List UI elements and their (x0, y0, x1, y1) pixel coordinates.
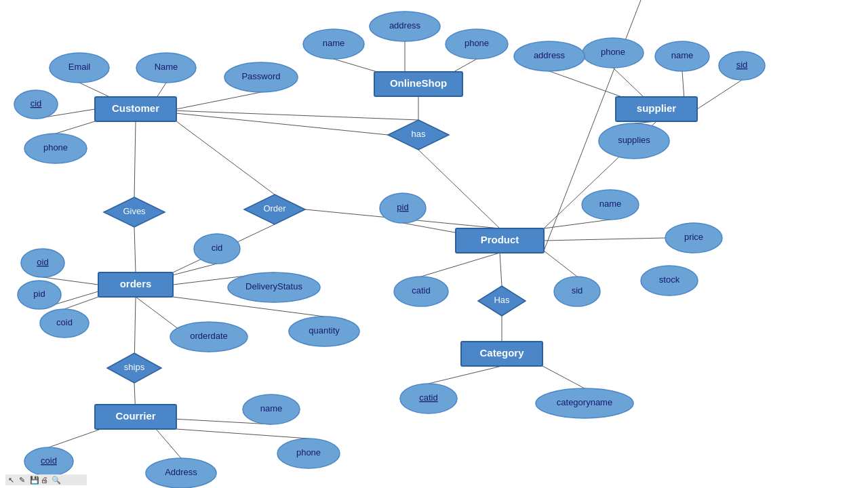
svg-line-9 (697, 80, 742, 109)
svg-line-36 (134, 227, 136, 272)
toolbar-icon-pointer[interactable]: ↖ (8, 476, 14, 484)
ellipse-name-prod-label: name (599, 199, 622, 209)
toolbar-icon-edit[interactable]: ✎ (19, 476, 25, 484)
svg-line-21 (544, 220, 610, 228)
ellipse-price-label: price (684, 232, 703, 242)
ellipse-sid-prod-label: sid (572, 285, 583, 296)
svg-line-22 (544, 238, 665, 241)
svg-line-25 (421, 253, 500, 277)
ellipse-catid-cat-label: catid (419, 392, 437, 403)
svg-line-15 (56, 121, 95, 134)
ellipse-quantity-label: quantity (309, 325, 340, 336)
svg-line-24 (544, 251, 577, 277)
ellipse-sid-sup-label: sid (736, 60, 748, 70)
svg-line-44 (176, 429, 309, 439)
ellipse-pid-prod-label: pid (397, 202, 408, 212)
svg-line-43 (156, 429, 181, 458)
entity-onlineshop-label: OnlineShop (390, 77, 447, 89)
ellipse-stock-label: stock (659, 274, 680, 285)
ellipse-name-cour-label: name (260, 403, 283, 413)
ellipse-supplies-label: supplies (618, 135, 650, 145)
ellipse-categoryname-label: categoryname (557, 397, 612, 407)
ellipse-oid-label: oid (37, 257, 48, 267)
svg-line-17 (176, 121, 275, 195)
entity-courrier-label: Courrier (115, 410, 155, 422)
diamond-order-label: Order (263, 203, 286, 214)
ellipse-address-top-label: address (389, 20, 421, 30)
toolbar-icon-save[interactable]: 💾 (30, 475, 39, 485)
ellipse-catid-prod-label: catid (412, 285, 430, 296)
ellipse-name-top-label: name (323, 38, 345, 48)
ellipse-phone-sup-label: phone (601, 47, 625, 57)
ellipse-cid-ord-label: cid (212, 243, 223, 253)
ellipse-phone-cust-label: phone (43, 142, 68, 152)
svg-line-5 (136, 109, 418, 120)
diamond-has2-label: Has (494, 295, 510, 305)
ellipse-deliverystatus-label: DeliveryStatus (245, 281, 302, 291)
ellipse-phone-top-label: phone (465, 38, 489, 48)
diamond-gives-label: Gives (123, 206, 146, 216)
svg-line-45 (429, 366, 502, 384)
entity-customer-label: Customer (112, 102, 159, 114)
ellipse-email-label: Email (68, 62, 91, 72)
ellipse-address-cour-label: Address (165, 467, 197, 477)
entity-supplier-label: supplier (637, 102, 677, 114)
svg-line-26 (500, 253, 502, 286)
ellipse-cid-cust-label: cid (31, 98, 42, 108)
entity-orders-label: orders (120, 278, 152, 289)
diamond-ships-label: ships (124, 362, 145, 372)
svg-line-13 (176, 92, 261, 109)
entity-product-label: Product (481, 234, 519, 245)
svg-line-46 (542, 366, 585, 388)
ellipse-name-sup-label: name (671, 50, 694, 60)
er-diagram: OnlineShop Customer supplier Product ord… (0, 0, 868, 488)
ellipse-name-cust-label: Name (155, 62, 178, 72)
svg-line-19 (418, 150, 500, 228)
svg-line-16 (134, 121, 136, 197)
ellipse-password-label: Password (241, 71, 280, 81)
toolbar-icon-print[interactable]: 🖨 (41, 476, 48, 484)
ellipse-phone-cour-label: phone (296, 447, 321, 458)
ellipse-orderdate-label: orderdate (190, 331, 228, 341)
diamond-has-label: has (412, 129, 426, 139)
ellipse-coid-cour-label: coid (41, 455, 57, 466)
toolbar-icon-zoom[interactable]: 🔍 (52, 475, 61, 485)
ellipse-coid-ord-label: coid (56, 317, 73, 327)
svg-line-35 (64, 297, 98, 309)
ellipse-pid-ord-label: pid (33, 289, 45, 299)
ellipse-address-sup-label: address (534, 50, 566, 60)
entity-category-label: Category (479, 347, 524, 359)
